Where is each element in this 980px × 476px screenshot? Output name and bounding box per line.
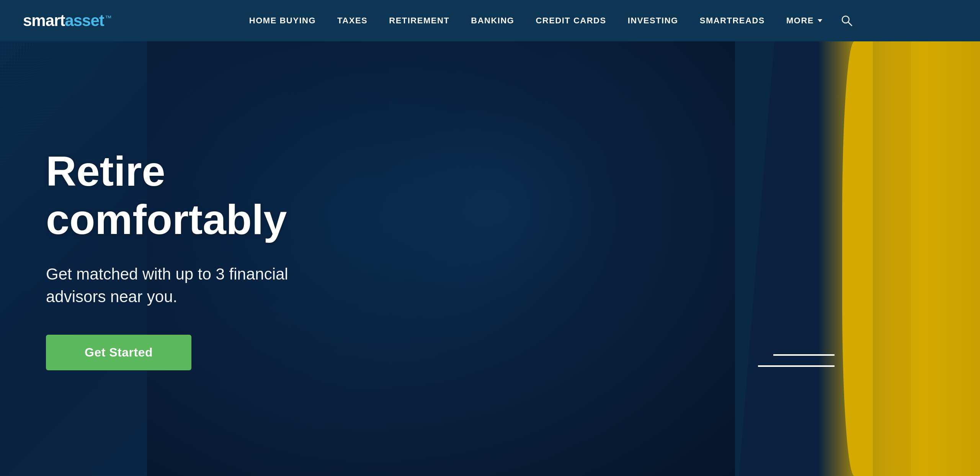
nav-banking[interactable]: BANKING [460, 0, 525, 41]
svg-line-1 [848, 22, 852, 26]
navbar: smartasset™ HOME BUYING TAXES RETIREMENT… [0, 0, 980, 41]
search-icon [841, 15, 853, 27]
get-started-button[interactable]: Get Started [46, 335, 191, 370]
logo[interactable]: smartasset™ [23, 11, 111, 30]
hero-subtitle: Get matched with up to 3 financial advis… [46, 263, 299, 308]
nav-taxes[interactable]: TAXES [327, 0, 378, 41]
nav-credit-cards[interactable]: CREDIT CARDS [525, 0, 617, 41]
logo-smart: smart [23, 11, 65, 29]
hero-section: Retire comfortably Get matched with up t… [0, 41, 980, 476]
nav-home-buying[interactable]: HOME BUYING [238, 0, 327, 41]
logo-tm: ™ [105, 14, 111, 22]
nav-investing[interactable]: INVESTING [617, 0, 689, 41]
hero-title: Retire comfortably [46, 147, 314, 244]
nav-smartreads[interactable]: SMARTREADS [689, 0, 776, 41]
nav-links: HOME BUYING TAXES RETIREMENT BANKING CRE… [142, 0, 957, 41]
hero-content: Retire comfortably Get matched with up t… [0, 41, 980, 476]
logo-asset: asset [65, 11, 104, 29]
nav-more[interactable]: MORE [776, 0, 833, 41]
search-button[interactable] [833, 0, 861, 41]
chevron-down-icon [818, 19, 822, 22]
nav-retirement[interactable]: RETIREMENT [378, 0, 460, 41]
